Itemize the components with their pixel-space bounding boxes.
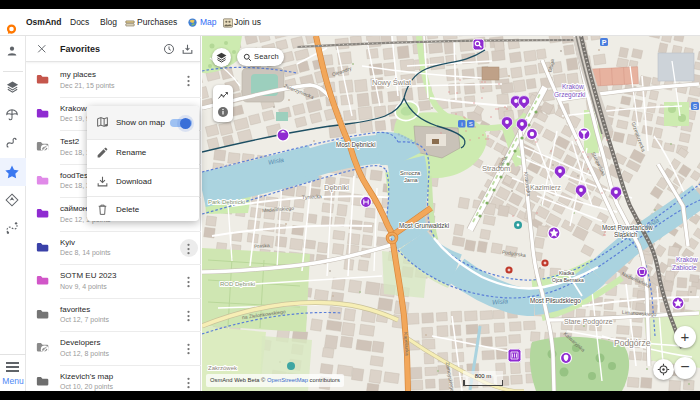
svg-text:Jama: Jama — [404, 177, 419, 183]
svg-text:Kładka: Kładka — [559, 270, 575, 276]
svg-text:ROD Dębniki: ROD Dębniki — [220, 281, 255, 287]
svg-text:Nowy Świat: Nowy Świat — [372, 78, 412, 87]
svg-text:P: P — [602, 39, 607, 46]
svg-text:i: i — [461, 121, 462, 127]
svg-text:Park Dębnicki: Park Dębnicki — [208, 199, 245, 205]
svg-text:Kazimierz: Kazimierz — [530, 184, 561, 191]
svg-text:S: S — [693, 103, 698, 110]
svg-text:Wisła: Wisła — [492, 297, 509, 305]
svg-text:Most Dębnicki: Most Dębnicki — [336, 141, 376, 149]
svg-text:Zabłocie: Zabłocie — [672, 264, 697, 271]
svg-text:Most Grunwaldzki: Most Grunwaldzki — [399, 222, 449, 229]
svg-text:Kraków: Kraków — [562, 83, 584, 90]
svg-text:S: S — [469, 121, 473, 127]
svg-text:Most Piłsudskiego: Most Piłsudskiego — [530, 297, 581, 305]
svg-text:Praska: Praska — [254, 242, 270, 249]
svg-text:Stare Podgórze: Stare Podgórze — [564, 318, 613, 326]
svg-text:Ojca Bernatka: Ojca Bernatka — [552, 277, 584, 283]
svg-text:Smocza: Smocza — [400, 170, 421, 176]
svg-text:Kraków: Kraków — [676, 256, 698, 263]
svg-text:Śląskich: Śląskich — [614, 230, 638, 239]
svg-text:Dębniki: Dębniki — [324, 183, 349, 192]
svg-text:Zakrzówek: Zakrzówek — [208, 365, 238, 371]
svg-text:Grzegórzki: Grzegórzki — [554, 91, 585, 99]
svg-text:Podgórze: Podgórze — [614, 338, 651, 348]
svg-text:Tyniecka: Tyniecka — [302, 193, 322, 200]
